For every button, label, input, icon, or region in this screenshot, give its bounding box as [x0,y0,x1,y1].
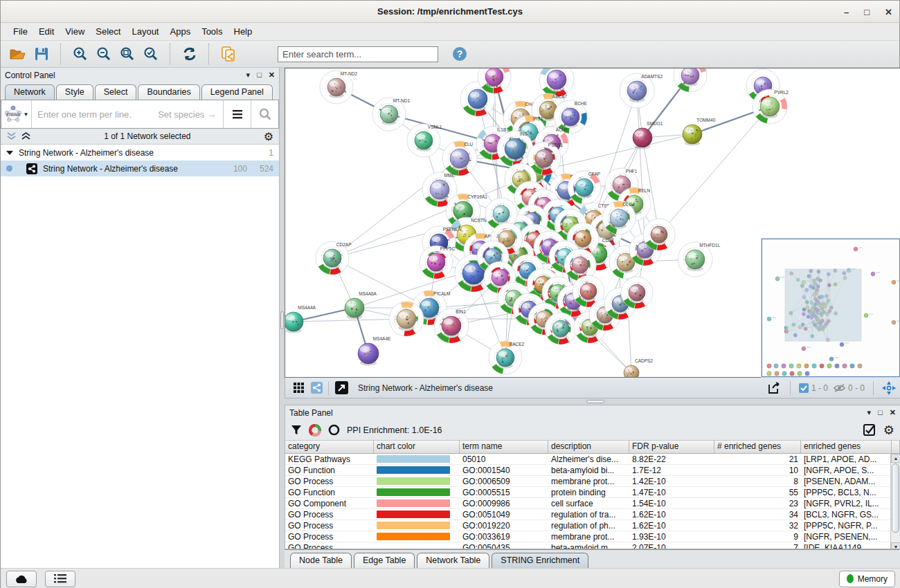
network-node[interactable]: CD2AP [316,241,352,275]
network-node[interactable] [539,68,574,97]
open-in-window-button[interactable] [332,377,351,399]
tab-network-table[interactable]: Network Table [417,553,489,568]
network-node[interactable] [643,219,675,250]
network-node[interactable] [746,69,780,102]
network-node[interactable]: BIN1 [434,309,469,343]
horizontal-splitter[interactable] [285,398,900,405]
network-node[interactable]: MS4A4A [285,305,316,333]
panel-float-icon[interactable]: □ [878,409,883,416]
menu-item-help[interactable]: Help [228,24,258,39]
network-node[interactable]: CADPS2 [624,358,653,377]
network-node[interactable]: PVRL2 [753,89,789,124]
table-row[interactable]: GO FunctionGO:0001540beta-amyloid bi...1… [285,465,900,476]
table-row[interactable]: GO ProcessGO:0033619membrane prot...1.93… [285,531,900,542]
memory-button[interactable]: Memory [839,571,895,587]
network-node[interactable]: SMUG1 [633,121,663,149]
scroll-down-icon[interactable]: ▼ [891,542,900,549]
selected-count-badge[interactable]: 1 - 0 [799,383,828,393]
table-row[interactable]: GO ProcessGO:0019220regulation of ph...1… [285,520,900,531]
gear-icon[interactable]: ⚙ [264,130,273,143]
birds-eye-canvas[interactable] [762,239,899,376]
tab-style[interactable]: Style [56,84,93,100]
network-node[interactable]: MTHFD1L [678,242,721,277]
network-node[interactable] [545,313,577,344]
minimap-viewport[interactable] [785,269,861,341]
network-node[interactable]: GFAP [568,171,601,204]
tab-legend-panel[interactable]: Legend Panel [201,84,273,100]
network-node[interactable]: VSNL1 [407,124,442,157]
hidden-count-badge[interactable]: 0 - 0 [834,383,865,393]
ring-icon[interactable] [328,424,340,436]
network-node[interactable] [484,261,516,293]
string-query-input[interactable] [32,100,223,128]
tab-boundaries[interactable]: Boundaries [138,84,199,100]
task-history-button[interactable] [45,571,75,587]
string-search-button[interactable] [251,100,278,128]
network-row[interactable]: String Network - Alzheimer's disease 100… [1,160,279,176]
select-all-icon[interactable] [863,424,875,436]
maximize-button[interactable]: □ [864,7,870,17]
scroll-up-icon[interactable]: ▲ [891,454,900,463]
cloud-button[interactable] [6,571,37,587]
menu-item-select[interactable]: Select [90,24,126,39]
splitter-grip[interactable] [280,311,284,329]
table-row[interactable]: GO ProcessGO:0050435beta-amyloid m...2.0… [285,542,900,549]
panel-float-icon[interactable]: □ [257,71,262,79]
column-header-5[interactable]: # enriched genes [714,441,801,454]
close-button[interactable]: ✕ [885,7,892,17]
export-network-icon[interactable] [768,382,782,394]
string-style-button[interactable] [307,377,325,399]
splitter-grip[interactable] [586,400,604,403]
panel-collapse-icon[interactable]: ▾ [867,409,872,416]
grid-mode-button[interactable] [289,377,307,399]
network-node[interactable] [389,302,424,336]
table-row[interactable]: GO ComponentGO:0009986cell surface1.54E-… [285,498,900,509]
menu-item-tools[interactable]: Tools [196,24,228,39]
panel-collapse-icon[interactable]: ▾ [246,71,251,79]
navigator-compass-icon[interactable] [882,381,896,395]
collapse-all-icon[interactable] [6,131,17,141]
network-node[interactable] [621,277,653,309]
string-options-button[interactable] [223,100,251,128]
zoom-selected-button[interactable] [139,43,163,65]
vertical-splitter[interactable] [280,68,285,568]
scrollbar-thumb[interactable] [892,463,899,533]
tree-expand-caret-icon[interactable] [6,151,13,155]
network-node[interactable]: DLG4 [602,201,636,235]
network-node[interactable]: BACE2 [489,341,525,374]
menu-item-edit[interactable]: Edit [33,24,60,39]
network-node[interactable]: PPP5C [420,246,455,279]
refresh-button[interactable] [178,43,201,65]
menu-item-view[interactable]: View [60,24,90,39]
column-header-2[interactable]: term name [460,441,548,454]
zoom-fit-button[interactable] [116,43,139,65]
network-node[interactable]: CYP19A1 [446,194,487,228]
network-node[interactable] [674,68,707,92]
open-session-button[interactable] [6,43,30,65]
copy-network-button[interactable] [217,43,240,65]
panel-close-icon[interactable]: ✕ [269,71,275,79]
table-row[interactable]: KEGG Pathways05010Alzheimer's dise...8.8… [285,454,900,465]
column-header-6[interactable]: enriched genes [801,441,892,454]
network-view[interactable]: MT-ND2MT-ND1VSNL1GAB2ADAMTS2CHATABCA7BCH… [285,68,900,378]
network-node[interactable]: CLU [442,141,477,176]
network-node[interactable]: ADAMTS2 [620,73,663,108]
expand-all-icon[interactable] [21,131,31,141]
zoom-out-button[interactable] [92,43,116,65]
menu-item-apps[interactable]: Apps [165,24,197,39]
column-header-1[interactable]: chart color [374,441,460,454]
filter-icon[interactable] [291,425,302,436]
column-header-3[interactable]: description [548,441,629,454]
panel-close-icon[interactable]: ✕ [890,409,896,416]
network-node[interactable]: MS4A4E [358,336,391,366]
tab-string-enrichment[interactable]: STRING Enrichment [492,553,588,568]
column-header-0[interactable]: category [285,441,374,454]
search-input[interactable] [278,46,438,62]
column-header-4[interactable]: FDR p-value [629,441,714,454]
gear-icon[interactable]: ⚙ [883,423,894,438]
tab-node-table[interactable]: Node Table [290,553,352,568]
donut-chart-icon[interactable] [309,424,321,437]
save-session-button[interactable] [30,43,53,65]
table-row[interactable]: GO ProcessGO:0051049regulation of tra...… [285,509,900,520]
network-node[interactable]: TOMM40 [683,118,716,146]
